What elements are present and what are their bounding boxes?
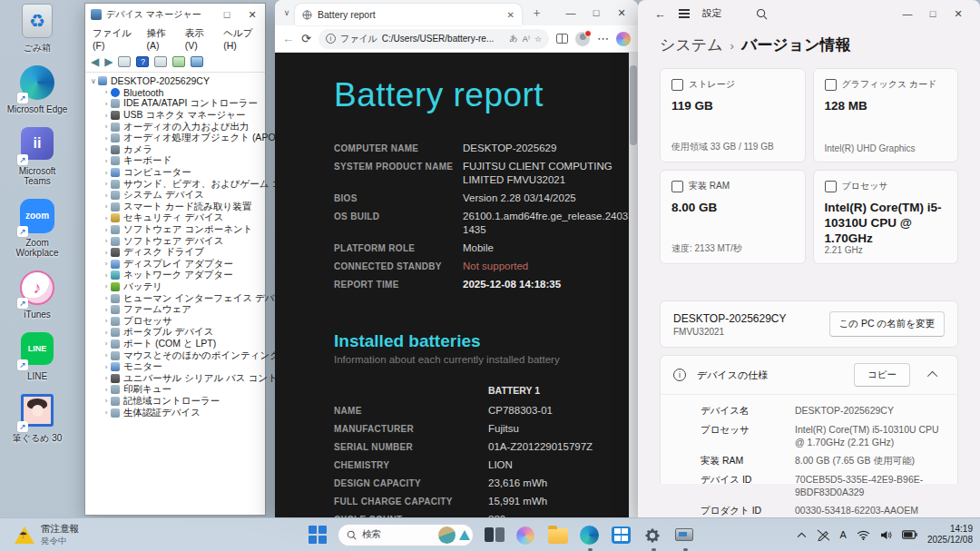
chevron-right-icon[interactable]: › <box>102 282 111 290</box>
scan-icon[interactable] <box>172 56 185 67</box>
tree-root-row[interactable]: ∨ DESKTOP-2025629CY <box>89 75 265 87</box>
profile-avatar[interactable] <box>575 32 590 46</box>
chevron-right-icon[interactable]: › <box>102 339 111 348</box>
tree-item[interactable]: › ポータブル デバイス <box>89 327 265 339</box>
translate-icon[interactable]: あ <box>509 33 517 44</box>
desktop-icon-teams[interactable]: ii↗ Microsoft Teams <box>5 127 69 186</box>
clock[interactable]: 14:19 2025/12/08 <box>927 524 973 546</box>
menu-item[interactable]: ファイル(F) <box>93 27 134 51</box>
chevron-right-icon[interactable]: › <box>102 329 111 337</box>
spec-card[interactable]: プロセッサ Intel(R) Core(TM) i5-10310U CPU @ … <box>813 170 959 264</box>
wifi-icon[interactable] <box>857 530 870 540</box>
read-aloud-icon[interactable]: A⁾ <box>523 34 530 44</box>
tab-search-chevron-icon[interactable]: ∨ <box>279 8 295 17</box>
chevron-right-icon[interactable]: › <box>102 112 111 120</box>
settings-gear-icon[interactable] <box>643 525 664 546</box>
scrollbar-thumb[interactable] <box>630 65 637 145</box>
chevron-right-icon[interactable]: › <box>102 249 111 257</box>
ime-indicator[interactable]: A <box>840 529 847 540</box>
tree-item[interactable]: › IDE ATA/ATAPI コントローラー <box>89 98 265 110</box>
edge-icon[interactable] <box>580 525 601 546</box>
task-view-icon[interactable] <box>485 525 505 546</box>
copilot-icon[interactable] <box>516 525 537 546</box>
tree-item[interactable]: › キーボード <box>89 155 265 167</box>
site-info-icon[interactable]: i <box>326 34 336 44</box>
tree-item[interactable]: › オーディオ処理オブジェクト (APO) <box>89 133 265 144</box>
hamburger-menu-icon[interactable] <box>679 9 690 17</box>
speaker-icon[interactable] <box>880 530 892 540</box>
search-highlight-image[interactable] <box>438 526 456 544</box>
chevron-right-icon[interactable]: › <box>102 374 111 382</box>
minimize-button[interactable]: — <box>895 8 920 19</box>
tree-item[interactable]: › Bluetooth <box>89 87 265 99</box>
search-icon[interactable] <box>756 8 768 20</box>
minimize-button[interactable]: — <box>558 7 583 18</box>
tree-item[interactable]: › モニター <box>89 361 265 373</box>
favorite-star-icon[interactable]: ☆ <box>534 34 542 44</box>
chevron-right-icon[interactable]: › <box>102 317 111 325</box>
chevron-right-icon[interactable]: › <box>102 237 111 245</box>
desktop-icon-itunes[interactable]: ♪↗ iTunes <box>5 271 69 320</box>
back-icon[interactable]: ← <box>654 7 666 21</box>
device-manager-titlebar[interactable]: デバイス マネージャー □ ✕ <box>85 4 265 25</box>
chevron-right-icon[interactable]: › <box>102 408 111 417</box>
chevron-right-icon[interactable]: › <box>102 145 111 153</box>
tree-item[interactable]: › コンピューター <box>89 167 265 179</box>
maximize-button[interactable]: □ <box>214 9 240 20</box>
chevron-right-icon[interactable]: › <box>102 192 111 200</box>
maximize-button[interactable]: □ <box>583 7 609 18</box>
tree-item[interactable]: › スマート カード読み取り装置 <box>89 202 265 213</box>
menu-item[interactable]: 表示(V) <box>185 27 211 51</box>
chevron-up-icon[interactable] <box>927 371 937 381</box>
file-explorer-icon[interactable] <box>548 525 569 546</box>
device-manager-icon[interactable] <box>675 525 696 546</box>
microsoft-store-icon[interactable] <box>612 525 632 546</box>
back-icon[interactable]: ← <box>282 32 294 45</box>
new-tab-button[interactable]: ＋ <box>531 5 543 21</box>
rename-pc-button[interactable]: この PC の名前を変更 <box>829 311 945 337</box>
pen-disabled-icon[interactable] <box>817 529 830 541</box>
tree-item[interactable]: › ディスプレイ アダプター <box>89 259 265 271</box>
search-box[interactable]: 検索 <box>338 524 474 546</box>
device-spec-header[interactable]: i デバイスの仕様 コピー <box>661 356 957 394</box>
close-button[interactable]: ✕ <box>240 9 265 21</box>
window-icon[interactable] <box>118 56 131 67</box>
chevron-right-icon[interactable]: › <box>102 226 111 234</box>
chevron-right-icon[interactable]: › <box>102 100 111 108</box>
tree-item[interactable]: › セキュリティ デバイス <box>89 212 265 224</box>
spec-card[interactable]: グラフィックス カード 128 MB Intel(R) UHD Graphics <box>813 68 959 162</box>
battery-icon[interactable] <box>902 530 917 539</box>
tree-item[interactable]: › オーディオの入力および出力 <box>89 121 265 133</box>
copilot-icon[interactable] <box>616 32 631 46</box>
start-button[interactable] <box>309 526 327 544</box>
desktop-icon-edge[interactable]: ↗ Microsoft Edge <box>5 65 69 114</box>
spec-card[interactable]: ストレージ 119 GB 使用領域 33 GB / 119 GB <box>660 68 806 162</box>
more-icon[interactable]: ⋯ <box>597 32 609 45</box>
tree-item[interactable]: › システム デバイス <box>89 190 265 202</box>
tree-item[interactable]: › サウンド、ビデオ、およびゲーム コントローラー <box>89 178 265 190</box>
maximize-button[interactable]: □ <box>920 8 946 19</box>
tree-item[interactable]: › ポート (COM と LPT) <box>89 339 265 350</box>
chevron-right-icon[interactable]: › <box>102 134 111 143</box>
tree-item[interactable]: › ディスク ドライブ <box>89 247 265 259</box>
close-button[interactable]: ✕ <box>946 8 971 20</box>
tree-item[interactable]: › ファームウェア <box>89 304 265 316</box>
chevron-right-icon[interactable]: › <box>102 306 111 314</box>
tree-item[interactable]: › ネットワーク アダプター <box>89 270 265 281</box>
chevron-right-icon[interactable]: › <box>102 88 111 96</box>
split-screen-icon[interactable] <box>556 34 568 44</box>
help-icon[interactable]: ? <box>136 56 149 67</box>
breadcrumb-parent[interactable]: システム <box>660 34 723 55</box>
tree-item[interactable]: › ユニバーサル シリアル バス コントローラー <box>89 372 265 384</box>
tree-item[interactable]: › マウスとそのほかのポインティング デバイス <box>89 349 265 361</box>
weather-widget[interactable]: 雷注意報 発令中 <box>15 523 79 547</box>
desktop-icon-line[interactable]: LINE↗ LINE <box>5 332 69 381</box>
tree-item[interactable]: › USB コネクタ マネージャー <box>89 110 265 122</box>
tree-item[interactable]: › プロセッサ <box>89 315 265 327</box>
close-button[interactable]: ✕ <box>609 7 634 19</box>
forward-icon[interactable]: ▶ <box>104 55 113 68</box>
menu-item[interactable]: 操作(A) <box>147 27 172 51</box>
chevron-right-icon[interactable]: › <box>102 363 111 371</box>
menu-item[interactable]: ヘルプ(H) <box>223 27 258 51</box>
scrollbar[interactable] <box>629 53 638 517</box>
